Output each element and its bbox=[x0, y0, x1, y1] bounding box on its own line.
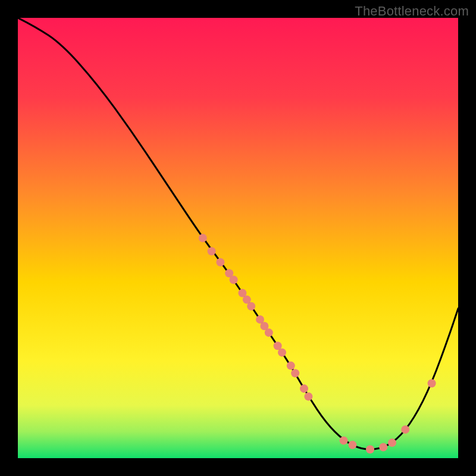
data-marker bbox=[304, 392, 312, 400]
data-marker bbox=[401, 425, 409, 434]
data-marker bbox=[388, 439, 396, 447]
data-marker bbox=[428, 379, 436, 387]
plot-frame bbox=[18, 18, 458, 458]
gradient-background bbox=[18, 18, 458, 458]
data-marker bbox=[208, 247, 216, 255]
data-marker bbox=[340, 436, 348, 444]
chart-canvas bbox=[18, 18, 458, 458]
data-marker bbox=[265, 328, 273, 337]
data-marker bbox=[287, 362, 295, 370]
data-marker bbox=[230, 275, 238, 284]
data-marker bbox=[247, 302, 255, 311]
data-marker bbox=[366, 445, 374, 453]
data-marker bbox=[291, 369, 299, 377]
data-marker bbox=[379, 443, 387, 452]
watermark-text: TheBottleneck.com bbox=[355, 4, 469, 19]
data-marker bbox=[278, 348, 286, 356]
data-marker bbox=[300, 384, 308, 393]
data-marker bbox=[199, 234, 207, 242]
data-marker bbox=[348, 441, 356, 449]
data-marker bbox=[216, 258, 224, 267]
